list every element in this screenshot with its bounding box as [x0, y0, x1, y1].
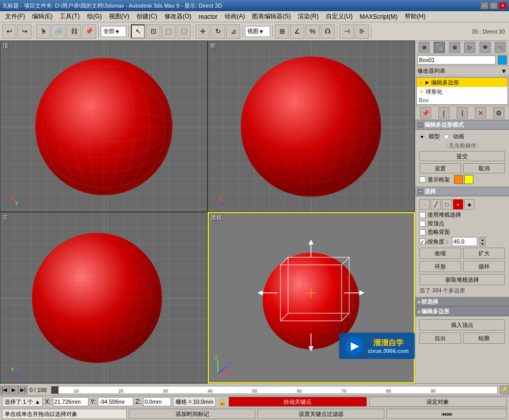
fence-select[interactable]: ⬚	[161, 24, 176, 39]
border-select-icon[interactable]: □	[442, 199, 452, 209]
spinner-snap[interactable]: ☊	[321, 24, 335, 39]
configure-button[interactable]: ⚙	[493, 107, 504, 118]
move-tool[interactable]: ✛	[195, 24, 210, 39]
timeline-prev-button[interactable]: |◀	[0, 385, 9, 395]
cage-color-1[interactable]	[454, 175, 463, 184]
set-filter-button[interactable]: 设置关键点过滤器	[258, 409, 384, 419]
align-tool[interactable]: ⊪	[355, 24, 369, 39]
extrude-button[interactable]: 拉出	[419, 333, 461, 344]
display-panel-icon[interactable]: 👁	[479, 42, 491, 53]
timeline-play-button[interactable]: ▶	[9, 385, 18, 395]
get-stack-sel-button[interactable]: 获取堆栈选择	[419, 274, 505, 285]
poly-select-icon[interactable]: ▪	[453, 199, 463, 209]
menu-maxscript[interactable]: MAXScript(M)	[357, 13, 401, 21]
viewport-top[interactable]: 顶	[0, 41, 208, 212]
undo-button[interactable]: ↩	[2, 24, 16, 39]
timeline-key-button[interactable]: 🔑	[500, 385, 509, 395]
angle-spinner[interactable]: ▲ ▼	[479, 237, 486, 246]
reference-coord-dropdown[interactable]: 视图▼	[245, 26, 270, 37]
loop-button[interactable]: 循环	[463, 261, 505, 272]
set-key-button[interactable]: 设定对象	[369, 397, 507, 407]
outline-button[interactable]: 轮廓	[463, 333, 505, 344]
timeline-next-button[interactable]: ▶|	[18, 385, 27, 395]
pin-stack-button[interactable]: 📌	[420, 107, 431, 118]
ignore-bf-checkbox[interactable]	[419, 229, 426, 235]
unlink-button[interactable]: ⛓	[67, 24, 81, 39]
scale-tool[interactable]: ⊿	[226, 24, 240, 39]
menu-create[interactable]: 创建(C)	[133, 12, 160, 21]
menu-render[interactable]: 渲染(R)	[295, 12, 322, 21]
modifier-item-spherify[interactable]: ☀ 球形化	[417, 87, 507, 96]
bind-button[interactable]: 📌	[82, 24, 96, 39]
edit-poly-mode-section-header[interactable]: ─ 编辑多边形模式	[415, 120, 509, 130]
object-name-input[interactable]	[417, 55, 496, 65]
utility-panel-icon[interactable]: 🔨	[495, 42, 506, 53]
object-color-swatch[interactable]	[498, 55, 507, 65]
insert-vertex-button[interactable]: 插入顶点	[419, 319, 505, 331]
playback-controls[interactable]: ⏮⏭	[386, 409, 507, 419]
menu-file[interactable]: 文件(F)	[2, 12, 28, 21]
angle-input[interactable]	[452, 237, 477, 246]
angle-checkbox[interactable]: ✓	[419, 238, 426, 245]
menu-help[interactable]: 帮助(H)	[402, 12, 429, 21]
show-end-button[interactable]: |	[438, 107, 449, 118]
edit-poly-section-header[interactable]: + 编辑多边形	[415, 307, 509, 316]
menu-animation[interactable]: 动画(A)	[221, 12, 248, 21]
lasso-select[interactable]: 〇	[177, 24, 191, 39]
modifier-dropdown-arrow[interactable]: ▼	[501, 68, 507, 75]
add-time-tag-button[interactable]: 添加时间标记	[129, 409, 256, 419]
menu-group[interactable]: 组(G)	[84, 12, 105, 21]
element-select-icon[interactable]: ◈	[464, 199, 474, 209]
show-before-button[interactable]: ⟨	[457, 107, 468, 118]
menu-graph-editor[interactable]: 图表编辑器(S)	[249, 12, 294, 21]
select-tool[interactable]: ↖	[131, 24, 145, 39]
redo-button[interactable]: ↪	[17, 24, 32, 39]
modifier-item-box[interactable]: Box	[417, 96, 507, 104]
by-vertex-checkbox[interactable]	[419, 221, 426, 227]
y-coord-input[interactable]	[98, 397, 133, 406]
use-stack-sel-checkbox[interactable]	[419, 212, 426, 218]
selection-filter-dropdown[interactable]: 全部▼	[101, 26, 126, 37]
menu-customize[interactable]: 自定义(U)	[323, 12, 356, 21]
ring-button[interactable]: 环形	[419, 261, 461, 272]
anim-mode-radio[interactable]	[444, 134, 449, 139]
region-select[interactable]: ⊡	[146, 24, 160, 39]
menu-tools[interactable]: 工具(T)	[56, 12, 82, 21]
angle-spin-down[interactable]: ▼	[480, 242, 485, 246]
timeline-slider[interactable]: 10 20 30 40 50 60 70 80 90	[51, 386, 498, 394]
close-button[interactable]: ✕	[499, 2, 507, 9]
cage-color-2[interactable]	[464, 175, 473, 184]
snap-toggle[interactable]: ⊞	[275, 24, 289, 39]
rotate-tool[interactable]: ↻	[211, 24, 225, 39]
modify-panel-icon[interactable]: 🔧	[434, 42, 445, 53]
hierarchy-panel-icon[interactable]: ⊗	[449, 42, 460, 53]
menu-modifiers[interactable]: 修改器(O)	[161, 12, 194, 21]
menu-edit[interactable]: 编辑(E)	[29, 12, 55, 21]
auto-key-button[interactable]: 自动关键点	[229, 397, 366, 407]
set-button[interactable]: 设置	[419, 163, 461, 173]
commit-button[interactable]: 提交	[419, 151, 505, 161]
z-coord-input[interactable]	[143, 397, 171, 406]
shrink-button[interactable]: 收缩	[419, 248, 461, 259]
cancel-button[interactable]: 取消	[463, 163, 505, 173]
percent-snap[interactable]: %	[305, 24, 320, 39]
remove-modifier-button[interactable]: ✕	[475, 107, 486, 118]
select-button[interactable]: 🖱	[36, 24, 50, 39]
motion-panel-icon[interactable]: ▷	[464, 42, 475, 53]
maximize-button[interactable]: □	[490, 2, 498, 9]
create-panel-icon[interactable]: ⊕	[418, 42, 430, 53]
angle-snap[interactable]: ∠	[290, 24, 304, 39]
minimize-button[interactable]: ─	[480, 2, 489, 9]
link-button[interactable]: 🔗	[51, 24, 66, 39]
mirror-tool[interactable]: ⊣	[340, 24, 354, 39]
edge-select-icon[interactable]: ╱	[431, 199, 441, 209]
expand-button[interactable]: 扩大	[463, 248, 505, 259]
menu-reactor[interactable]: reactor	[195, 13, 220, 21]
modifier-item-edit-poly[interactable]: ☀ ▶ 编辑多边形	[417, 78, 507, 87]
lock-icon[interactable]: 🔒	[218, 398, 227, 406]
select-section-header[interactable]: ─ 选择	[415, 187, 509, 196]
x-coord-input[interactable]	[53, 397, 89, 406]
soft-sel-section-header[interactable]: + 软选择	[415, 297, 509, 307]
menu-view[interactable]: 视图(V)	[106, 12, 132, 21]
model-mode-radio[interactable]	[419, 134, 425, 139]
